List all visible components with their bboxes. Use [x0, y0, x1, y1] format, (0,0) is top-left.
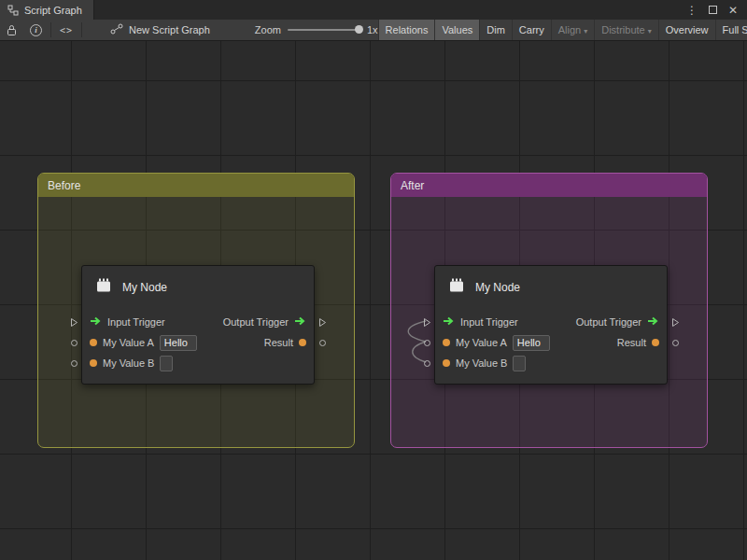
node-header: My Node — [93, 275, 167, 299]
info-icon[interactable]: i — [23, 20, 49, 40]
trigger-arrow-icon — [443, 316, 455, 328]
value-b-row: My Value B — [65, 353, 331, 373]
unit-icon — [446, 275, 467, 299]
group-title: Before — [48, 179, 80, 192]
value-b-row: My Value B — [418, 353, 684, 373]
close-icon[interactable]: ✕ — [728, 5, 738, 16]
group-after[interactable]: After My Node — [390, 173, 708, 448]
distribute-dropdown[interactable]: Distribute ▾ — [594, 20, 657, 40]
zoom-label: Zoom — [255, 24, 281, 35]
value-a-label: My Value A — [456, 337, 507, 348]
zoom-value: 1x — [367, 24, 378, 35]
zoom-slider-handle[interactable] — [355, 25, 363, 34]
lock-icon[interactable] — [0, 20, 23, 40]
relations-button[interactable]: Relations — [378, 20, 435, 40]
trigger-row: Input Trigger Output Trigger — [65, 312, 331, 332]
value-dot-icon — [90, 359, 97, 367]
result-label: Result — [617, 337, 646, 348]
value-a-input[interactable] — [160, 335, 197, 351]
value-a-row: My Value A Result — [65, 332, 331, 353]
value-a-input[interactable] — [513, 335, 550, 351]
result-label: Result — [264, 337, 293, 348]
output-trigger-port[interactable] — [667, 317, 684, 328]
my-node[interactable]: My Node Input Trigger Output Trigger — [81, 265, 315, 385]
graph-breadcrumb: New Script Graph — [110, 20, 210, 40]
input-trigger-label: Input Trigger — [460, 316, 518, 328]
trigger-row: Input Trigger Output Trigger — [418, 312, 684, 332]
result-port[interactable] — [314, 340, 331, 346]
unit-icon — [93, 275, 114, 299]
result-port[interactable] — [667, 340, 684, 346]
value-dot-icon — [652, 339, 659, 346]
node-title: My Node — [122, 281, 167, 294]
toolbar-separator — [81, 22, 82, 37]
toolbar-separator — [50, 22, 51, 37]
carry-button[interactable]: Carry — [512, 20, 551, 40]
trigger-arrow-icon — [294, 316, 306, 328]
my-node[interactable]: My Node Input Trigger Output Trigger — [434, 265, 668, 385]
node-title: My Node — [475, 281, 520, 294]
output-trigger-label: Output Trigger — [576, 316, 641, 328]
output-trigger-label: Output Trigger — [223, 316, 289, 328]
value-b-port[interactable] — [65, 360, 82, 367]
value-b-input[interactable] — [513, 356, 526, 371]
chevron-down-icon: ▾ — [648, 27, 652, 35]
align-dropdown[interactable]: Align ▾ — [551, 20, 594, 40]
trigger-arrow-icon — [647, 316, 659, 328]
group-title: After — [401, 179, 424, 192]
graph-toolbar: i <> New Script Graph Zoom 1x Relations … — [0, 20, 747, 41]
value-b-input[interactable] — [160, 356, 173, 371]
value-dot-icon — [90, 339, 97, 346]
group-after-header[interactable]: After — [391, 174, 707, 197]
code-view-icon[interactable]: <> — [53, 20, 79, 40]
graph-canvas[interactable]: Before My Node — [0, 41, 747, 560]
input-trigger-label: Input Trigger — [107, 316, 165, 328]
output-trigger-port[interactable] — [314, 317, 331, 328]
value-a-row: My Value A Result — [418, 332, 684, 353]
group-before-header[interactable]: Before — [38, 174, 354, 197]
tab-title: Script Graph — [24, 5, 82, 16]
graph-asset-icon — [110, 23, 123, 36]
value-a-port[interactable] — [418, 340, 435, 346]
script-graph-icon — [7, 5, 19, 16]
fullscreen-button[interactable]: Full Scr — [715, 20, 747, 40]
value-b-label: My Value B — [103, 357, 154, 369]
window-tab-bar: Script Graph ⋮ ✕ — [0, 0, 747, 20]
input-trigger-port[interactable] — [418, 317, 435, 328]
input-trigger-port[interactable] — [65, 317, 82, 328]
maximize-icon[interactable] — [709, 6, 717, 14]
value-dot-icon — [299, 339, 306, 346]
value-dot-icon — [443, 359, 450, 367]
value-dot-icon — [443, 339, 450, 346]
chevron-down-icon: ▾ — [584, 27, 587, 35]
value-a-port[interactable] — [65, 340, 82, 346]
value-a-label: My Value A — [103, 337, 154, 348]
graph-name-label: New Script Graph — [129, 24, 210, 35]
tab-script-graph[interactable]: Script Graph — [0, 0, 94, 20]
value-b-port[interactable] — [418, 360, 435, 367]
kebab-menu-icon[interactable]: ⋮ — [686, 5, 698, 16]
node-header: My Node — [446, 275, 520, 299]
overview-button[interactable]: Overview — [658, 20, 715, 40]
zoom-slider[interactable] — [288, 29, 360, 31]
values-button[interactable]: Values — [434, 20, 479, 40]
trigger-arrow-icon — [90, 316, 102, 328]
value-b-label: My Value B — [456, 357, 507, 369]
dim-button[interactable]: Dim — [479, 20, 512, 40]
group-before[interactable]: Before My Node — [37, 173, 355, 448]
